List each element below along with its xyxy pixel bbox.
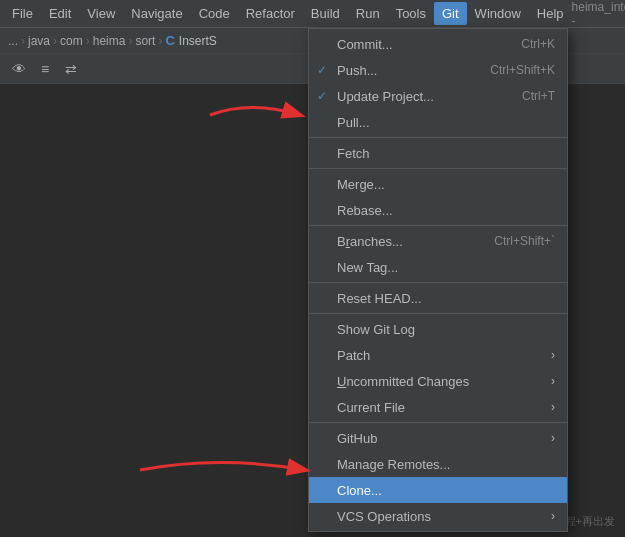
menu-uncommitted-changes[interactable]: Uncommitted Changes › <box>309 368 567 394</box>
reset-head-label: Reset HEAD... <box>337 291 422 306</box>
class-icon: C <box>165 33 174 48</box>
menu-pull[interactable]: Pull... <box>309 109 567 135</box>
menu-build[interactable]: Build <box>303 2 348 25</box>
current-file-arrow-icon: › <box>551 400 555 414</box>
clone-label: Clone... <box>337 483 382 498</box>
patch-label: Patch <box>337 348 370 363</box>
menu-tools[interactable]: Tools <box>388 2 434 25</box>
list-icon[interactable]: ≡ <box>34 58 56 80</box>
push-label: Push... <box>337 63 377 78</box>
menu-window[interactable]: Window <box>467 2 529 25</box>
merge-label: Merge... <box>337 177 385 192</box>
sep-6 <box>309 422 567 423</box>
menu-patch[interactable]: Patch › <box>309 342 567 368</box>
menu-update[interactable]: ✓ Update Project... Ctrl+T <box>309 83 567 109</box>
commit-shortcut: Ctrl+K <box>521 37 555 51</box>
breadcrumb-sep-3: › <box>86 34 90 48</box>
menubar: File Edit View Navigate Code Refactor Bu… <box>0 0 625 28</box>
breadcrumb-heima[interactable]: heima <box>93 34 126 48</box>
sep-3 <box>309 225 567 226</box>
git-dropdown-menu: Commit... Ctrl+K ✓ Push... Ctrl+Shift+K … <box>308 28 568 532</box>
github-label: GitHub <box>337 431 377 446</box>
breadcrumb-sep-1: › <box>21 34 25 48</box>
menu-navigate[interactable]: Navigate <box>123 2 190 25</box>
sep-5 <box>309 313 567 314</box>
menu-current-file[interactable]: Current File › <box>309 394 567 420</box>
vcs-operations-label: VCS Operations <box>337 509 431 524</box>
menu-run[interactable]: Run <box>348 2 388 25</box>
menu-rebase[interactable]: Rebase... <box>309 197 567 223</box>
breadcrumb-com[interactable]: com <box>60 34 83 48</box>
update-check-icon: ✓ <box>317 89 327 103</box>
pull-label: Pull... <box>337 115 370 130</box>
breadcrumb-sep-4: › <box>128 34 132 48</box>
sep-1 <box>309 137 567 138</box>
current-file-label: Current File <box>337 400 405 415</box>
breadcrumb-sep-2: › <box>53 34 57 48</box>
menu-help[interactable]: Help <box>529 2 572 25</box>
show-git-log-label: Show Git Log <box>337 322 415 337</box>
fetch-label: Fetch <box>337 146 370 161</box>
branches-shortcut: Ctrl+Shift+` <box>494 234 555 248</box>
arrow-indicator-2 <box>130 450 315 490</box>
menu-push[interactable]: ✓ Push... Ctrl+Shift+K <box>309 57 567 83</box>
menu-new-tag[interactable]: New Tag... <box>309 254 567 280</box>
patch-arrow-icon: › <box>551 348 555 362</box>
breadcrumb-sort[interactable]: sort <box>135 34 155 48</box>
breadcrumb-root[interactable]: ... <box>8 34 18 48</box>
uncommitted-changes-arrow-icon: › <box>551 374 555 388</box>
push-shortcut: Ctrl+Shift+K <box>490 63 555 77</box>
menu-show-git-log[interactable]: Show Git Log <box>309 316 567 342</box>
menu-edit[interactable]: Edit <box>41 2 79 25</box>
menu-refactor[interactable]: Refactor <box>238 2 303 25</box>
vcs-operations-arrow-icon: › <box>551 509 555 523</box>
breadcrumb-sep-5: › <box>158 34 162 48</box>
menu-git[interactable]: Git <box>434 2 467 25</box>
branches-label: Branches... <box>337 234 403 249</box>
github-arrow-icon: › <box>551 431 555 445</box>
menu-vcs-operations[interactable]: VCS Operations › <box>309 503 567 529</box>
update-label: Update Project... <box>337 89 434 104</box>
menu-reset-head[interactable]: Reset HEAD... <box>309 285 567 311</box>
manage-remotes-label: Manage Remotes... <box>337 457 450 472</box>
menu-file[interactable]: File <box>4 2 41 25</box>
commit-label: Commit... <box>337 37 393 52</box>
sep-4 <box>309 282 567 283</box>
menu-clone[interactable]: Clone... <box>309 477 567 503</box>
rebase-label: Rebase... <box>337 203 393 218</box>
update-shortcut: Ctrl+T <box>522 89 555 103</box>
menu-merge[interactable]: Merge... <box>309 171 567 197</box>
push-check-icon: ✓ <box>317 63 327 77</box>
project-name: heima_interview - <box>572 0 625 28</box>
menu-fetch[interactable]: Fetch <box>309 140 567 166</box>
eye-icon[interactable]: 👁 <box>8 58 30 80</box>
breadcrumb-java[interactable]: java <box>28 34 50 48</box>
menu-manage-remotes[interactable]: Manage Remotes... <box>309 451 567 477</box>
menu-branches[interactable]: Branches... Ctrl+Shift+` <box>309 228 567 254</box>
menu-commit[interactable]: Commit... Ctrl+K <box>309 31 567 57</box>
sep-2 <box>309 168 567 169</box>
expand-icon[interactable]: ⇄ <box>60 58 82 80</box>
menu-code[interactable]: Code <box>191 2 238 25</box>
menu-github[interactable]: GitHub › <box>309 425 567 451</box>
new-tag-label: New Tag... <box>337 260 398 275</box>
menu-view[interactable]: View <box>79 2 123 25</box>
arrow-indicator-1 <box>200 95 310 135</box>
breadcrumb-file[interactable]: InsertS <box>179 34 217 48</box>
uncommitted-changes-label: Uncommitted Changes <box>337 374 469 389</box>
